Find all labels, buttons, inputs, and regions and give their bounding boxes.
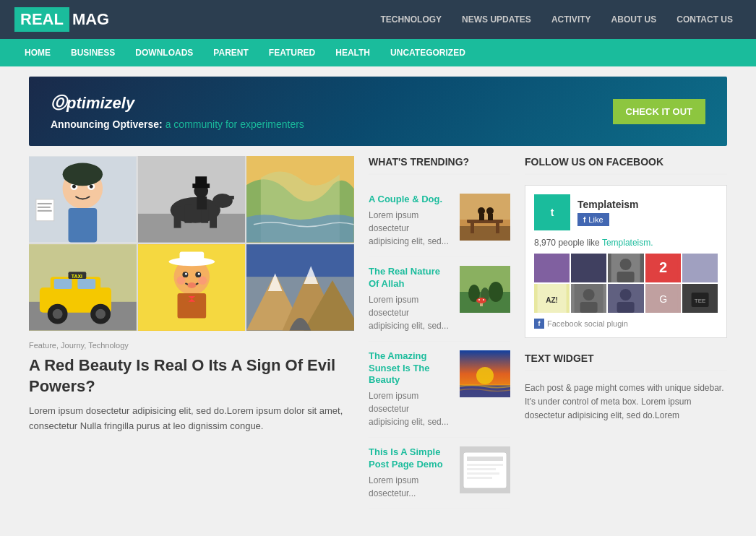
trending-excerpt-2: Lorem ipsum dosectetur adipisicing elit,… <box>369 293 451 332</box>
logo-mag: MAG <box>72 10 109 29</box>
right-column: FOLLOW US ON FACEBOOK t Templateism f Li… <box>525 156 727 509</box>
trending-thumb-1[interactable] <box>460 194 510 241</box>
banner-logo: Ⓞptimizely <box>51 92 304 114</box>
svg-text:2: 2 <box>659 259 667 275</box>
sec-nav-health[interactable]: HEALTH <box>325 42 380 64</box>
fb-photo-4[interactable]: 2 <box>645 254 681 282</box>
nav-news-updates[interactable]: NEWS UPDATES <box>453 10 540 29</box>
grid-image-4[interactable]: TAXI <box>29 244 137 331</box>
site-logo[interactable]: REAL MAG <box>14 7 109 32</box>
trending-title-2[interactable]: The Real Nature Of Allah <box>369 266 451 290</box>
advertisement-banner: Ⓞptimizely Announcing Optiverse: a commu… <box>14 77 742 146</box>
fb-widget-title: FOLLOW US ON FACEBOOK <box>525 156 727 175</box>
secondary-navigation: HOME BUSINESS DOWNLOADS PARENT FEATURED … <box>0 39 756 66</box>
post-title[interactable]: A Red Beauty Is Real O Its A Sign Of Evi… <box>29 355 354 397</box>
fb-like-button[interactable]: f Like <box>577 213 609 226</box>
fb-page-logo: t <box>534 194 570 230</box>
grid-image-5[interactable] <box>138 244 246 331</box>
sec-nav-home[interactable]: HOME <box>14 42 61 64</box>
svg-point-7 <box>63 163 103 186</box>
grid-image-1[interactable] <box>29 156 137 243</box>
post-excerpt: Lorem ipsum dosectetur adipisicing elit,… <box>29 404 354 434</box>
fb-photo-1[interactable] <box>534 254 570 282</box>
trending-item-1: A Couple & Dog. Lorem ipsum dosectetur a… <box>369 185 510 257</box>
fb-photo-10[interactable]: TEE <box>682 284 718 313</box>
svg-rect-15 <box>173 207 181 228</box>
trending-excerpt-3: Lorem ipsum dosectetur adipisicing elit,… <box>369 389 451 428</box>
svg-rect-60 <box>460 226 510 241</box>
fb-header: t Templateism f Like <box>534 194 718 230</box>
sec-nav-business[interactable]: BUSINESS <box>61 42 125 64</box>
svg-rect-2 <box>69 208 98 243</box>
logo-real: REAL <box>14 7 69 32</box>
sec-nav-featured[interactable]: FEATURED <box>259 42 325 64</box>
svg-point-6 <box>90 185 93 189</box>
fb-icon: f <box>583 216 585 224</box>
svg-text:G: G <box>659 293 667 305</box>
trending-title-1[interactable]: A Couple & Dog. <box>369 194 451 206</box>
svg-point-80 <box>476 367 494 384</box>
svg-point-98 <box>583 289 595 301</box>
svg-rect-89 <box>467 477 492 479</box>
facebook-widget: t Templateism f Like 8,970 people like T… <box>525 185 727 338</box>
top-nav-links: TECHNOLOGY NEWS UPDATES ACTIVITY ABOUT U… <box>371 10 742 29</box>
banner-cta-button[interactable]: CHECK IT OUT <box>613 99 705 124</box>
trending-title-4[interactable]: This Is A Simple Post Page Demo <box>369 446 451 471</box>
svg-point-78 <box>483 299 484 301</box>
fb-photo-8[interactable] <box>608 284 643 313</box>
svg-rect-68 <box>488 214 493 220</box>
svg-rect-20 <box>228 196 234 199</box>
featured-image-grid: TAXI <box>29 156 354 331</box>
fb-photo-2[interactable] <box>571 254 606 282</box>
fb-photo-7[interactable] <box>571 284 606 313</box>
trending-title-3[interactable]: The Amazing Sunset Is The Beauty <box>369 350 451 387</box>
trending-text-1: A Couple & Dog. Lorem ipsum dosectetur a… <box>369 194 451 248</box>
svg-rect-56 <box>246 245 354 277</box>
svg-point-91 <box>620 259 632 270</box>
svg-point-51 <box>198 276 207 285</box>
svg-text:TEE: TEE <box>695 298 706 304</box>
svg-rect-9 <box>38 203 52 204</box>
nav-activity[interactable]: ACTIVITY <box>543 10 600 29</box>
svg-point-35 <box>95 309 106 319</box>
grid-image-6[interactable] <box>246 244 354 331</box>
grid-image-3[interactable] <box>246 156 354 243</box>
svg-rect-16 <box>210 208 217 228</box>
svg-point-5 <box>72 185 76 189</box>
sec-nav-parent[interactable]: PARENT <box>203 42 258 64</box>
fb-photo-3[interactable] <box>608 254 643 282</box>
nav-contact-us[interactable]: CONTACT US <box>668 10 742 29</box>
trending-thumb-3[interactable] <box>460 350 510 397</box>
grid-image-2[interactable] <box>138 156 246 243</box>
fb-photo-grid: 2 AZ! G TEE <box>534 254 718 313</box>
svg-rect-86 <box>467 464 503 466</box>
fb-page-name: Templateism <box>577 199 639 210</box>
trending-text-4: This Is A Simple Post Page Demo Lorem ip… <box>369 446 451 500</box>
banner-text: Ⓞptimizely Announcing Optiverse: a commu… <box>51 92 304 130</box>
sec-nav-downloads[interactable]: DOWNLOADS <box>125 42 203 64</box>
svg-text:AZ!: AZ! <box>546 296 558 304</box>
fb-photo-6[interactable]: AZ! <box>534 284 570 313</box>
svg-point-76 <box>476 298 486 303</box>
svg-point-73 <box>489 282 503 302</box>
svg-point-65 <box>478 207 485 215</box>
fb-photo-9[interactable]: G <box>645 284 681 313</box>
svg-rect-87 <box>467 468 496 470</box>
nav-about-us[interactable]: ABOUT US <box>603 10 666 29</box>
svg-point-77 <box>478 299 480 301</box>
trending-item-4: This Is A Simple Post Page Demo Lorem ip… <box>369 438 510 509</box>
svg-point-33 <box>53 309 63 319</box>
svg-point-46 <box>187 282 196 288</box>
trending-thumb-2[interactable] <box>460 266 510 313</box>
nav-technology[interactable]: TECHNOLOGY <box>371 10 450 29</box>
fb-page-link[interactable]: Templateism. <box>602 238 653 248</box>
trending-text-2: The Real Nature Of Allah Lorem ipsum dos… <box>369 266 451 332</box>
sec-nav-uncategorized[interactable]: UNCATEGORIZED <box>380 42 476 64</box>
fb-photo-5[interactable] <box>682 254 718 282</box>
trending-thumb-4[interactable] <box>460 446 510 493</box>
svg-rect-88 <box>467 472 499 475</box>
svg-rect-102 <box>617 302 635 313</box>
svg-point-101 <box>620 289 632 301</box>
trending-item-2: The Real Nature Of Allah Lorem ipsum dos… <box>369 257 510 342</box>
middle-column: WHAT'S TRENDING? A Couple & Dog. Lorem i… <box>369 156 510 509</box>
